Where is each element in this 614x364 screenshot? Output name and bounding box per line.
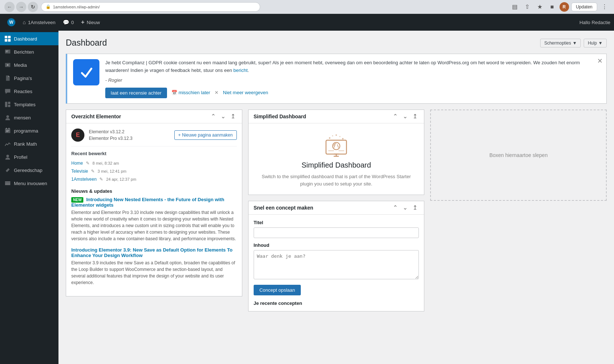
back-button[interactable]: ← xyxy=(4,2,15,12)
svg-rect-4 xyxy=(6,50,8,51)
widget-close[interactable]: ↥ xyxy=(229,114,237,119)
sidebar-label-templates: Templates xyxy=(14,102,35,107)
sidebar-label-programma: programma xyxy=(14,128,38,134)
sidebar-label-mensen: mensen xyxy=(14,115,31,120)
sidebar-item-programma[interactable]: programma xyxy=(0,124,58,137)
sidebar-item-templates[interactable]: Templates xyxy=(0,98,58,111)
site-name-item[interactable]: ⌂ 1Amstelveen xyxy=(19,14,59,31)
svg-rect-3 xyxy=(8,39,11,42)
new-page-button[interactable]: + Nieuwe pagina aanmaken xyxy=(174,130,237,140)
news-link[interactable]: Introducing New Nested Elements - the Fu… xyxy=(71,197,224,208)
title-field-group: Titel xyxy=(254,220,419,238)
recent-concepts-label: Je recente concepten xyxy=(254,300,419,306)
content-textarea[interactable] xyxy=(254,250,419,279)
refresh-button[interactable]: ↻ xyxy=(28,2,38,12)
forward-button[interactable]: → xyxy=(16,2,26,12)
media-icon xyxy=(4,62,11,68)
bookmark-icon[interactable]: ★ xyxy=(535,2,545,12)
recent-item-date: 24 apr, 12:37 pm xyxy=(106,177,136,181)
new-item[interactable]: + Nieuw xyxy=(77,14,103,31)
sidebar-label-dashboard: Dashboard xyxy=(14,36,37,42)
main-content: Dashboard Schermopties ▼ Hulp ▼ xyxy=(58,31,614,364)
review-button[interactable]: laat een recensie achter xyxy=(105,88,167,98)
quick-concept-collapse-down[interactable]: ⌄ xyxy=(401,205,409,211)
cast-icon[interactable]: ▤ xyxy=(510,2,520,12)
concept-save-button[interactable]: Concept opslaan xyxy=(254,285,301,295)
sidebar-item-gereedschap[interactable]: Gereedschap xyxy=(0,164,58,177)
dashboard-grid: Overzicht Elementor ⌃ ⌄ ↥ E Elementor v3… xyxy=(66,110,607,311)
edit-icon[interactable]: ✎ xyxy=(99,177,103,182)
quick-concept-controls: ⌃ ⌄ ↥ xyxy=(391,205,419,211)
complianz-notice: Je hebt Complianz | GDPR cookie consent … xyxy=(66,54,607,104)
plus-icon: + xyxy=(81,19,84,26)
svg-rect-5 xyxy=(6,51,8,52)
wp-monitor-icon xyxy=(322,131,351,160)
not-show-link[interactable]: Niet meer weergeven xyxy=(223,89,268,97)
elementor-widget-title: Overzicht Elementor xyxy=(71,114,121,119)
sidebar-item-menu[interactable]: Menu invouwen xyxy=(0,177,58,190)
sidebar: Dashboard Berichten Media Pagina's xyxy=(0,31,58,364)
list-item: Introducing Elementor 3.9: New Save as D… xyxy=(71,247,237,286)
menu-dots-icon[interactable]: ⋮ xyxy=(599,2,610,12)
edit-icon[interactable]: ✎ xyxy=(86,161,90,166)
content-field-group: Inhoud xyxy=(254,242,419,280)
simplified-collapse-up[interactable]: ⌃ xyxy=(391,114,399,119)
notice-actions: laat een recensie achter 📅 misschien lat… xyxy=(105,88,600,98)
update-button[interactable]: Updaten xyxy=(571,3,597,11)
dashboard-col-3: Boxen hiernaartoe slepen xyxy=(430,110,607,311)
sidebar-item-media[interactable]: Media xyxy=(0,58,58,72)
browser-avatar: R xyxy=(560,2,569,12)
url-text: 1amstelveen.nl/wp-admin/ xyxy=(53,5,100,9)
sidebar-item-dashboard[interactable]: Dashboard xyxy=(0,32,58,45)
sidebar-item-berichten[interactable]: Berichten xyxy=(0,45,58,58)
drop-zone[interactable]: Boxen hiernaartoe slepen xyxy=(430,110,607,201)
sidebar-item-rankmath[interactable]: Rank Math xyxy=(0,137,58,150)
share-icon[interactable]: ⇧ xyxy=(522,2,532,12)
sidebar-item-reacties[interactable]: Reacties xyxy=(0,85,58,98)
list-item: NEW Introducing New Nested Elements - th… xyxy=(71,197,237,242)
page-controls: Schermopties ▼ Hulp ▼ xyxy=(540,39,607,47)
widget-collapse-down[interactable]: ⌄ xyxy=(219,114,227,119)
programma-icon xyxy=(4,127,11,134)
recent-item-link[interactable]: Home xyxy=(71,161,83,166)
rankmath-icon xyxy=(4,141,11,147)
help-button[interactable]: Hulp ▼ xyxy=(584,39,607,47)
reacties-icon xyxy=(4,88,11,95)
maybe-later-link[interactable]: 📅 misschien later xyxy=(171,89,210,97)
sidebar-item-mensen[interactable]: mensen xyxy=(0,111,58,124)
svg-rect-29 xyxy=(328,150,334,151)
browser-nav-buttons[interactable]: ← → ↻ xyxy=(4,2,38,12)
sidebar-label-berichten: Berichten xyxy=(14,49,34,55)
recent-item-link[interactable]: 1Amstelveen xyxy=(71,177,96,182)
quick-concept-close[interactable]: ↥ xyxy=(411,205,419,211)
svg-point-17 xyxy=(6,155,9,157)
widget-collapse-up[interactable]: ⌃ xyxy=(209,114,217,119)
sidebar-label-reacties: Reacties xyxy=(14,89,33,94)
notice-link[interactable]: bericht xyxy=(234,68,248,73)
simplified-widget-controls: ⌃ ⌄ ↥ xyxy=(391,114,419,119)
extensions-icon[interactable]: ■ xyxy=(547,2,557,12)
simplified-collapse-down[interactable]: ⌄ xyxy=(401,114,409,119)
svg-point-24 xyxy=(336,134,337,136)
screen-options-button[interactable]: Schermopties ▼ xyxy=(540,39,581,47)
address-bar[interactable]: 🔒 1amstelveen.nl/wp-admin/ xyxy=(41,2,260,12)
notice-close-button[interactable]: ✕ xyxy=(597,58,603,64)
sidebar-label-profiel: Profiel xyxy=(14,154,27,160)
edit-icon[interactable]: ✎ xyxy=(91,169,95,174)
sidebar-item-paginas[interactable]: Pagina's xyxy=(0,72,58,85)
news-link[interactable]: Introducing Elementor 3.9: New Save as D… xyxy=(71,247,232,258)
lock-icon: 🔒 xyxy=(46,4,51,9)
svg-rect-20 xyxy=(5,184,10,185)
news-body: Elementor 3.9 includes the new Save as a… xyxy=(71,260,237,286)
simplified-close[interactable]: ↥ xyxy=(411,114,419,119)
sidebar-item-profiel[interactable]: Profiel xyxy=(0,150,58,164)
title-input[interactable] xyxy=(254,227,419,238)
comments-item[interactable]: 💬 0 xyxy=(59,14,77,31)
wp-logo-item[interactable]: W xyxy=(4,14,19,31)
browser-actions: ▤ ⇧ ★ ■ R Updaten ⋮ xyxy=(510,2,610,12)
svg-rect-21 xyxy=(77,64,95,81)
recent-item-link[interactable]: Televisie xyxy=(71,169,88,174)
quick-concept-collapse-up[interactable]: ⌃ xyxy=(391,205,399,211)
wp-logo-icon: W xyxy=(7,18,15,26)
list-item: Home ✎ 8 mei, 8:32 am xyxy=(71,159,237,167)
